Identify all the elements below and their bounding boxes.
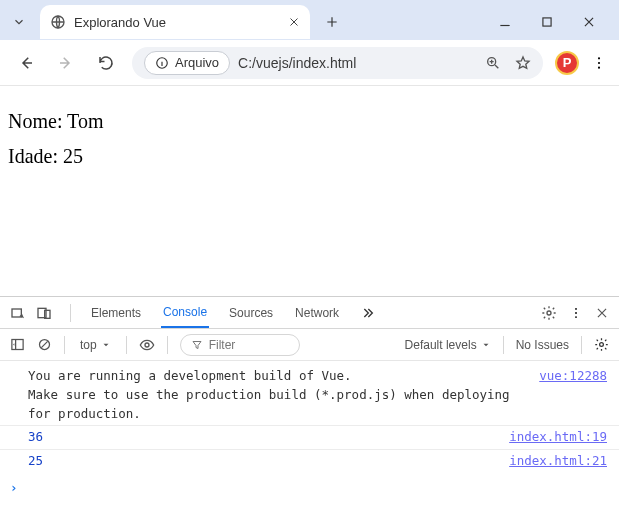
zoom-icon xyxy=(485,55,501,71)
maximize-icon xyxy=(540,15,554,29)
clear-icon xyxy=(37,337,52,352)
arrow-right-icon xyxy=(57,54,75,72)
tab-elements[interactable]: Elements xyxy=(89,297,143,328)
filter-placeholder: Filter xyxy=(209,338,236,352)
eye-icon xyxy=(139,337,155,353)
page-viewport: Nome: Tom Idade: 25 xyxy=(0,86,619,296)
separator xyxy=(64,336,65,354)
caret-down-icon xyxy=(481,340,491,350)
console-message: You are running a development build of V… xyxy=(28,367,525,423)
levels-label: Default levels xyxy=(405,338,477,352)
clear-console-button[interactable] xyxy=(37,337,52,352)
tab-search-button[interactable] xyxy=(6,9,32,35)
inspect-element-button[interactable] xyxy=(10,305,26,321)
console-source-link[interactable]: index.html:21 xyxy=(495,452,607,471)
sidebar-icon xyxy=(10,337,25,352)
console-source-link[interactable]: vue:12288 xyxy=(525,367,607,423)
maximize-button[interactable] xyxy=(533,8,561,36)
device-icon xyxy=(36,305,52,321)
console-sidebar-button[interactable] xyxy=(10,337,25,352)
log-levels-select[interactable]: Default levels xyxy=(405,338,491,352)
nome-line: Nome: Tom xyxy=(8,110,611,133)
devtools-tab-bar: Elements Console Sources Network xyxy=(0,297,619,329)
device-toolbar-button[interactable] xyxy=(36,305,52,321)
devtools-settings-button[interactable] xyxy=(541,305,557,321)
funnel-icon xyxy=(191,339,203,351)
execution-context-select[interactable]: top xyxy=(77,335,114,355)
devtools-close-button[interactable] xyxy=(595,306,609,320)
inspect-icon xyxy=(10,305,26,321)
svg-rect-1 xyxy=(543,18,551,26)
minimize-button[interactable] xyxy=(491,8,519,36)
window-controls xyxy=(491,8,613,36)
separator xyxy=(581,336,582,354)
console-settings-button[interactable] xyxy=(594,337,609,352)
svg-point-10 xyxy=(547,311,551,315)
svg-point-12 xyxy=(575,312,577,314)
tab-close-button[interactable] xyxy=(288,16,300,28)
live-expression-button[interactable] xyxy=(139,337,155,353)
close-icon xyxy=(595,306,609,320)
separator xyxy=(70,304,71,322)
nav-forward-button[interactable] xyxy=(52,49,80,77)
svg-point-17 xyxy=(600,343,604,347)
svg-point-11 xyxy=(575,307,577,309)
console-log-area[interactable]: You are running a development build of V… xyxy=(0,361,619,512)
close-icon xyxy=(288,16,300,28)
console-message: 25 xyxy=(28,452,495,471)
plus-icon xyxy=(325,15,339,29)
reload-icon xyxy=(97,54,115,72)
separator xyxy=(503,336,504,354)
svg-point-13 xyxy=(575,316,577,318)
console-source-link[interactable]: index.html:19 xyxy=(495,428,607,447)
chevrons-right-icon xyxy=(359,305,375,321)
globe-icon xyxy=(50,14,66,30)
address-bar[interactable]: Arquivo C:/vuejs/index.html xyxy=(132,47,543,79)
svg-point-16 xyxy=(145,343,149,347)
nome-label: Nome: xyxy=(8,110,62,132)
arrow-left-icon xyxy=(17,54,35,72)
close-icon xyxy=(582,15,596,29)
browser-menu-button[interactable] xyxy=(591,55,607,71)
tab-console[interactable]: Console xyxy=(161,297,209,328)
close-window-button[interactable] xyxy=(575,8,603,36)
kebab-icon xyxy=(569,306,583,320)
gear-icon xyxy=(594,337,609,352)
devtools-panel: Elements Console Sources Network t xyxy=(0,296,619,512)
issues-button[interactable]: No Issues xyxy=(516,338,569,352)
separator xyxy=(126,336,127,354)
tab-sources[interactable]: Sources xyxy=(227,297,275,328)
info-icon xyxy=(155,56,169,70)
more-tabs-button[interactable] xyxy=(359,305,375,321)
console-entry: 36 index.html:19 xyxy=(0,425,619,449)
console-toolbar: top Filter Default levels No Issues xyxy=(0,329,619,361)
browser-tab[interactable]: Explorando Vue xyxy=(40,5,310,39)
nav-back-button[interactable] xyxy=(12,49,40,77)
scope-label: top xyxy=(80,338,97,352)
new-tab-button[interactable] xyxy=(318,8,346,36)
file-scheme-label: Arquivo xyxy=(175,55,219,70)
idade-value: 25 xyxy=(63,145,83,167)
reload-button[interactable] xyxy=(92,49,120,77)
tab-network[interactable]: Network xyxy=(293,297,341,328)
console-filter-input[interactable]: Filter xyxy=(180,334,300,356)
svg-point-4 xyxy=(598,57,600,59)
idade-line: Idade: 25 xyxy=(8,145,611,168)
minimize-icon xyxy=(498,15,512,29)
browser-chrome: Explorando Vue xyxy=(0,0,619,86)
chevron-down-icon xyxy=(12,15,26,29)
extension-badge[interactable]: P xyxy=(555,51,579,75)
gear-icon xyxy=(541,305,557,321)
console-entry: You are running a development build of V… xyxy=(0,365,619,425)
devtools-menu-button[interactable] xyxy=(569,306,583,320)
zoom-button[interactable] xyxy=(485,55,501,71)
separator xyxy=(167,336,168,354)
bookmark-button[interactable] xyxy=(515,55,531,71)
browser-toolbar: Arquivo C:/vuejs/index.html P xyxy=(0,40,619,86)
tab-strip: Explorando Vue xyxy=(0,0,619,40)
file-scheme-chip[interactable]: Arquivo xyxy=(144,51,230,75)
console-prompt[interactable]: › xyxy=(0,473,619,504)
caret-down-icon xyxy=(101,340,111,350)
kebab-icon xyxy=(591,55,607,71)
console-entry: 25 index.html:21 xyxy=(0,449,619,473)
